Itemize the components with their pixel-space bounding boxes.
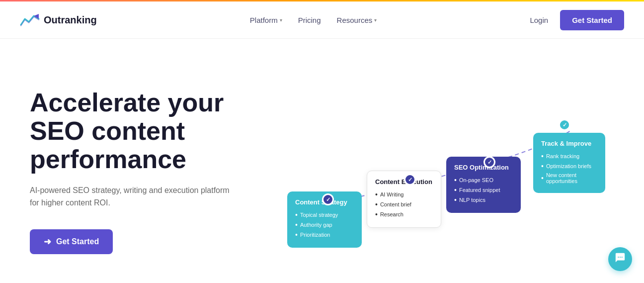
hero-get-started-button[interactable]: ➜ Get Started bbox=[30, 229, 113, 254]
hero-title: Accelerate your SEO content performance bbox=[30, 89, 268, 174]
card-strategy-item-2: Authority gap bbox=[295, 221, 354, 229]
card-strategy-item-1: Topical strategy bbox=[295, 211, 354, 219]
hero-diagram: Content Strategy Topical strategy Author… bbox=[268, 79, 614, 283]
hero-cta-label: Get Started bbox=[56, 237, 99, 246]
logo-text: Outranking bbox=[44, 14, 97, 26]
card-seo-item-3: NLP topics bbox=[454, 196, 513, 204]
card-track-item-2: Optimization briefs bbox=[541, 162, 597, 170]
hero-section: Accelerate your SEO content performance … bbox=[0, 39, 644, 283]
svg-point-2 bbox=[620, 257, 621, 258]
card-track-improve: Track & Improve Rank tracking Optimizati… bbox=[533, 133, 605, 193]
card-seo-item-1: On-page SEO bbox=[454, 176, 513, 184]
curve-dot-3: ✓ bbox=[483, 156, 495, 168]
nav-link-resources[interactable]: Resources ▾ bbox=[337, 16, 377, 24]
card-track-item-1: Rank tracking bbox=[541, 152, 597, 160]
nav-right: Login Get Started bbox=[530, 10, 624, 30]
navbar: Outranking Platform ▾ Pricing Resources … bbox=[0, 1, 644, 39]
curve-dot-4: ✓ bbox=[559, 119, 570, 131]
card-execution-item-1: AI Writing bbox=[375, 190, 433, 198]
nav-link-pricing[interactable]: Pricing bbox=[298, 16, 321, 24]
chat-bubble[interactable] bbox=[608, 247, 632, 271]
card-execution-item-3: Research bbox=[375, 210, 433, 218]
chat-icon bbox=[615, 252, 626, 266]
chevron-down-icon: ▾ bbox=[280, 17, 282, 23]
nav-get-started-button[interactable]: Get Started bbox=[560, 10, 624, 30]
card-track-item-3: New content opportunities bbox=[541, 172, 597, 184]
hero-subtitle: AI-powered SEO strategy, writing and exe… bbox=[30, 184, 239, 209]
card-execution-item-2: Content brief bbox=[375, 200, 433, 208]
hero-left: Accelerate your SEO content performance … bbox=[30, 69, 268, 254]
card-seo-title: SEO Optimization bbox=[454, 164, 513, 171]
curve-dot-2: ✓ bbox=[404, 174, 416, 186]
nav-logo[interactable]: Outranking bbox=[20, 12, 97, 28]
curve-dot-1: ✓ bbox=[322, 193, 334, 205]
svg-point-3 bbox=[622, 257, 623, 258]
card-seo-item-2: Featured snippet bbox=[454, 186, 513, 194]
chevron-down-icon: ▾ bbox=[374, 17, 377, 23]
card-track-title: Track & Improve bbox=[541, 140, 597, 147]
nav-links: Platform ▾ Pricing Resources ▾ bbox=[250, 16, 377, 24]
svg-point-1 bbox=[618, 257, 619, 258]
arrow-icon: ➜ bbox=[44, 236, 51, 247]
card-strategy-item-3: Prioritization bbox=[295, 231, 354, 239]
nav-link-platform[interactable]: Platform ▾ bbox=[250, 16, 282, 24]
card-seo-optimization: SEO Optimization On-page SEO Featured sn… bbox=[446, 157, 521, 213]
login-button[interactable]: Login bbox=[530, 16, 548, 24]
